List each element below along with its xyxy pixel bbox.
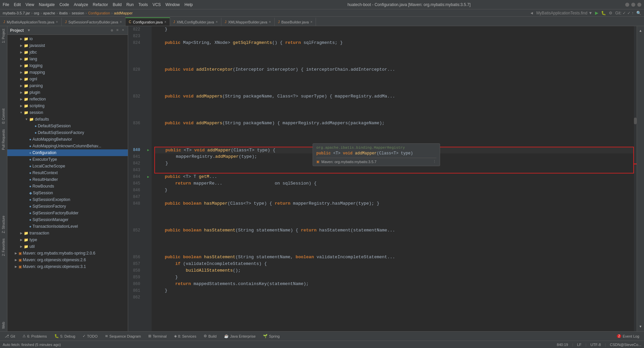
bottom-tab-terminal[interactable]: ⊞ Terminal xyxy=(145,332,170,340)
navigate-back[interactable]: ◄ xyxy=(530,11,534,15)
tab-base-builder[interactable]: J BaseBuilder.java × xyxy=(275,17,316,26)
code-editor[interactable]: 822 823 824 828 832 836 840 xyxy=(128,26,637,331)
tree-item-transaction[interactable]: ▶ 📁 transaction xyxy=(7,230,128,236)
sidebar-label-favorites[interactable]: 2: Favorites xyxy=(1,236,6,259)
bottom-tab-event-log[interactable]: 2 Event Log xyxy=(613,332,643,340)
breadcrumb-jar[interactable]: mybatis-3.5.7.jar xyxy=(3,11,30,15)
sidebar-right-btn[interactable]: ▲ xyxy=(637,27,644,34)
tree-item-sql-session-factory-builder[interactable]: ● SqlSessionFactoryBuilder xyxy=(7,210,128,216)
tree-item-sql-session-manager[interactable]: ● SqlSessionManager xyxy=(7,216,128,223)
tree-item-reflection[interactable]: ▶ 📁 reflection xyxy=(7,96,128,102)
tree-item-plugin[interactable]: ▶ 📁 plugin xyxy=(7,89,128,96)
tree-item-util[interactable]: ▶ 📁 util xyxy=(7,243,128,250)
menu-bar[interactable]: File Edit View Navigate Code Analyze Ref… xyxy=(3,2,193,7)
tree-item-maven-mybatis-spring[interactable]: ▶ ▣ Maven: org.mybatis:mybatis-spring:2.… xyxy=(7,250,128,257)
tooltip-more-btn[interactable]: ⋮ xyxy=(433,159,436,164)
breadcrumb-apache[interactable]: apache xyxy=(43,11,55,15)
bottom-tab-services[interactable]: ◈ 8: Services xyxy=(171,332,200,340)
menu-help[interactable]: Help xyxy=(184,2,193,7)
scrollbar-thumb[interactable] xyxy=(634,118,637,124)
menu-edit[interactable]: Edit xyxy=(14,2,21,7)
tree-item-defaults[interactable]: ▼ 📁 defaults xyxy=(7,116,128,123)
tree-item-lang[interactable]: ▶ 📁 lang xyxy=(7,56,128,62)
search-everywhere[interactable]: 🔍 xyxy=(636,11,641,15)
bottom-tab-debug[interactable]: 🐛 5: Debug xyxy=(51,332,79,340)
breadcrumb-ibatis[interactable]: ibatis xyxy=(59,11,68,15)
tab-xml-config[interactable]: J XMLConfigBuilder.java × xyxy=(170,17,221,26)
tab-close-btn[interactable]: × xyxy=(216,20,218,24)
tree-item-sql-session[interactable]: ◆ SqlSession xyxy=(7,190,128,196)
tree-item-session[interactable]: ▼ 📁 session xyxy=(7,109,128,116)
project-collapse-icon[interactable]: ≡ xyxy=(115,28,120,33)
tree-item-result-handler[interactable]: ● ResultHandler xyxy=(7,176,128,183)
tab-sql-factory[interactable]: J SqlSessionFactoryBuilder.java × xyxy=(62,17,125,26)
sidebar-label-web[interactable]: Web xyxy=(1,319,6,331)
dropdown-btn[interactable]: MyBatisApplicationTests.find ▼ xyxy=(536,11,592,15)
project-dropdown[interactable]: ▼ xyxy=(28,28,30,32)
maximize-btn[interactable] xyxy=(631,3,635,7)
tree-item-ognl[interactable]: ▶ 📁 ognl xyxy=(7,76,128,82)
menu-analyze[interactable]: Analyze xyxy=(74,2,88,7)
settings-icon[interactable]: ⚙ xyxy=(609,11,612,15)
tab-close-btn[interactable]: × xyxy=(311,20,313,24)
tab-close-btn[interactable]: × xyxy=(56,20,58,24)
project-close-icon[interactable]: × xyxy=(121,28,125,33)
tab-configuration[interactable]: C Configuration.java × xyxy=(125,17,170,26)
tab-close-btn[interactable]: × xyxy=(269,20,271,24)
run-btn-header[interactable]: ▶ xyxy=(595,10,598,15)
sidebar-label-pull[interactable]: Pull Requests xyxy=(1,127,6,153)
tree-item-row-bounds[interactable]: ● RowBounds xyxy=(7,183,128,190)
window-controls[interactable] xyxy=(625,3,641,7)
bottom-tab-git[interactable]: ⎇ Git xyxy=(1,332,18,340)
tree-item-jdbc[interactable]: ▶ 📁 jdbc xyxy=(7,49,128,56)
tree-item-logging[interactable]: ▶ 📁 logging xyxy=(7,62,128,69)
breadcrumb-org[interactable]: org xyxy=(34,11,39,15)
menu-window[interactable]: Window xyxy=(165,2,180,7)
tree-item-default-sql-session-factory[interactable]: ● DefaultSqlSessionFactory xyxy=(7,129,128,136)
tree-item-configuration[interactable]: ● Configuration xyxy=(7,149,128,156)
menu-vcs[interactable]: VCS xyxy=(153,2,161,7)
sidebar-label-commit[interactable]: 0: Commit xyxy=(1,106,6,127)
menu-navigate[interactable]: Navigate xyxy=(39,2,55,7)
breadcrumb-class[interactable]: Configuration xyxy=(88,11,110,15)
tab-mybatis-tests[interactable]: J MyBatisApplicationTests.java × xyxy=(0,17,62,26)
tree-item-local-cache[interactable]: ● LocalCacheScope xyxy=(7,163,128,169)
run-in-gutter[interactable]: ▶ xyxy=(145,147,152,153)
bottom-tab-sequence[interactable]: ≋ Sequence Diagram xyxy=(102,332,144,340)
breadcrumb-method[interactable]: addMapper xyxy=(114,11,133,15)
tree-item-mapping[interactable]: ▶ 📁 mapping xyxy=(7,69,128,76)
tree-item-maven-objenesis-26[interactable]: ▶ ▣ Maven: org.objenesis:objenesis:2.6 xyxy=(7,257,128,263)
minimize-btn[interactable] xyxy=(625,3,629,7)
tree-item-scripting[interactable]: ▶ 📁 scripting xyxy=(7,102,128,109)
tree-item-result-context[interactable]: ● ResultContext xyxy=(7,169,128,176)
tree-item-maven-objenesis-31[interactable]: ▶ ▣ Maven: org.objenesis:objenesis:3.1 xyxy=(7,263,128,270)
tree-item-sql-session-factory[interactable]: ● SqlSessionFactory xyxy=(7,203,128,210)
bottom-tab-problems[interactable]: ⚠ 6: Problems xyxy=(19,332,50,340)
breadcrumb-session[interactable]: session xyxy=(72,11,84,15)
bottom-tab-java-enterprise[interactable]: ☕ Java Enterprise xyxy=(221,332,259,340)
sidebar-label-project[interactable]: 1: Project xyxy=(1,26,6,46)
project-settings-icon[interactable]: ⚙ xyxy=(110,28,114,33)
tree-item-io[interactable]: ▶ 📁 io xyxy=(7,36,128,42)
menu-run[interactable]: Run xyxy=(126,2,134,7)
menu-file[interactable]: File xyxy=(3,2,9,7)
sidebar-right-btn-bottom[interactable]: ▼ xyxy=(637,323,644,330)
sidebar-label-structure[interactable]: Z: Structure xyxy=(1,213,6,236)
tree-item-executor-type[interactable]: ● ExecutorType xyxy=(7,156,128,163)
status-position[interactable]: 840:19 xyxy=(557,343,568,347)
tree-item-default-sql-session[interactable]: ● DefaultSqlSession xyxy=(7,123,128,129)
tab-close-btn[interactable]: × xyxy=(164,20,166,24)
tree-item-sql-session-exception[interactable]: ● SqlSessionException xyxy=(7,196,128,203)
run-in-gutter[interactable]: ▶ xyxy=(145,173,152,180)
bottom-tab-spring[interactable]: 🌱 Spring xyxy=(260,332,283,340)
tab-close-btn[interactable]: × xyxy=(120,20,122,24)
menu-refactor[interactable]: Refactor xyxy=(93,2,108,7)
debug-btn-header[interactable]: 🐛 xyxy=(601,11,606,15)
bottom-tab-todo[interactable]: ✓ TODO xyxy=(79,332,101,340)
tab-xml-mapper[interactable]: J XMLMapperBuilder.java × xyxy=(221,17,275,26)
scrollbar-track[interactable] xyxy=(634,26,637,331)
tree-item-auto-mapping-unknown[interactable]: ● AutoMappingUnknownColumnBehav... xyxy=(7,143,128,149)
status-encoding[interactable]: UTF-8 xyxy=(590,343,601,347)
menu-build[interactable]: Build xyxy=(113,2,122,7)
status-autofetch[interactable]: Auto fetch: finished (5 minutes ago) xyxy=(3,343,61,347)
